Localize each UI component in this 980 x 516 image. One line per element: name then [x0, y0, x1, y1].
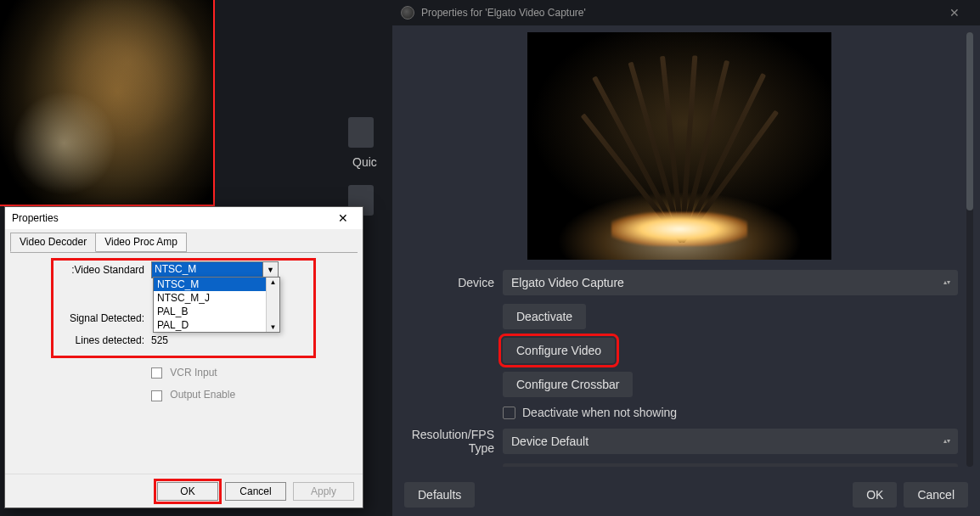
vcr-input-label: VCR Input [170, 367, 217, 379]
dropdown-scrollbar[interactable]: ▲▼ [266, 278, 279, 332]
deactivate-when-not-showing-checkbox[interactable] [503, 407, 515, 419]
close-icon[interactable]: ✕ [938, 6, 972, 20]
option-ntsc-m-j[interactable]: NTSC_M_J [154, 291, 279, 305]
cancel-button[interactable]: Cancel [904, 482, 968, 508]
resolution-fps-label: Resolution/FPS Type [401, 428, 503, 455]
apply-button: Apply [293, 482, 354, 501]
obs-titlebar[interactable]: Properties for 'Elgato Video Capture' ✕ [392, 0, 980, 25]
obs-properties-dialog: Properties for 'Elgato Video Capture' ✕ … [392, 0, 980, 516]
device-combo[interactable]: Elgato Video Capture ▴▾ [503, 270, 958, 295]
defaults-button[interactable]: Defaults [404, 482, 475, 508]
video-standard-label: :Video Standard [19, 264, 151, 276]
tab-video-decoder[interactable]: Video Decoder [10, 233, 96, 252]
deactivate-when-not-showing-label: Deactivate when not showing [522, 406, 677, 419]
close-icon[interactable]: ✕ [330, 211, 356, 225]
ok-button[interactable]: OK [853, 482, 897, 508]
video-standard-dropdown[interactable]: NTSC_M NTSC_M_J PAL_B PAL_D ▲▼ [153, 277, 280, 333]
scrollbar-thumb[interactable] [966, 32, 973, 210]
option-ntsc-m[interactable]: NTSC_M [154, 278, 279, 291]
resolution-combo[interactable] [503, 463, 958, 467]
signal-detected-label: Signal Detected: [19, 312, 151, 324]
resolution-fps-combo[interactable]: Device Default ▴▾ [503, 429, 958, 454]
main-canvas-preview [0, 0, 215, 206]
win-titlebar[interactable]: Properties ✕ [5, 207, 363, 229]
bg-panel [348, 117, 374, 148]
option-pal-b[interactable]: PAL_B [154, 305, 279, 318]
lines-detected-label: Lines detected: [19, 334, 151, 346]
resolution-fps-value: Device Default [511, 435, 939, 448]
scrollbar[interactable] [966, 32, 973, 467]
vcr-input-checkbox[interactable] [151, 367, 162, 379]
lines-detected-value: 525 [151, 334, 168, 346]
option-pal-d[interactable]: PAL_D [154, 318, 279, 332]
obs-title: Properties for 'Elgato Video Capture' [421, 7, 586, 19]
cancel-button[interactable]: Cancel [225, 482, 286, 501]
chevron-down-icon[interactable]: ▼ [262, 262, 278, 278]
quick-label: Quic [352, 155, 377, 169]
bg-panel [365, 255, 375, 270]
chevron-updown-icon[interactable]: ▴▾ [939, 279, 955, 286]
output-enable-checkbox[interactable] [151, 390, 162, 401]
decoder-properties-dialog: Properties ✕ Video Decoder Video Proc Am… [4, 206, 363, 508]
tab-panel: :Video Standard NTSC_M ▼ NTSC_M NTSC_M_J… [10, 252, 358, 468]
deactivate-button[interactable]: Deactivate [503, 304, 586, 329]
ok-button[interactable]: OK [157, 482, 218, 501]
source-preview [527, 32, 831, 260]
video-standard-combo[interactable]: NTSC_M ▼ [151, 261, 279, 278]
output-enable-label: Output Enable [170, 389, 235, 401]
tab-video-proc-amp[interactable]: Video Proc Amp [95, 233, 187, 252]
chevron-updown-icon[interactable]: ▴▾ [939, 438, 955, 445]
tabstrip: Video Decoder Video Proc Amp [5, 229, 363, 252]
device-value: Elgato Video Capture [511, 276, 939, 289]
configure-video-button[interactable]: Configure Video [503, 338, 615, 363]
obs-icon [401, 6, 414, 20]
video-standard-value: NTSC_M [152, 262, 262, 278]
device-label: Device [401, 276, 503, 289]
win-title: Properties [12, 212, 59, 224]
configure-crossbar-button[interactable]: Configure Crossbar [503, 372, 633, 397]
